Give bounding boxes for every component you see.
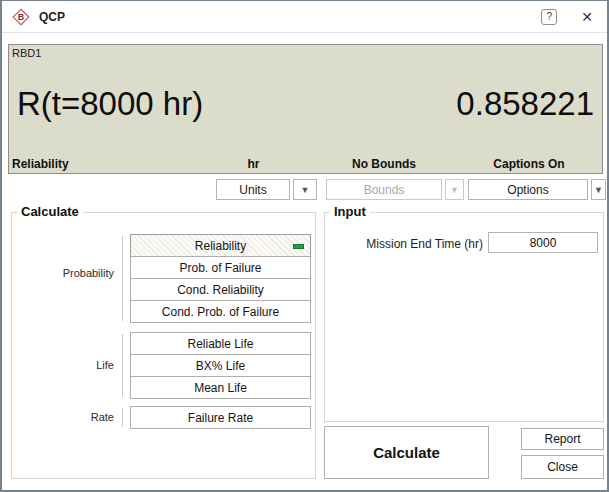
calculate-button[interactable]: Calculate (324, 426, 489, 479)
options-button[interactable]: Options (468, 179, 588, 200)
window-close-button[interactable]: ✕ (581, 10, 593, 24)
rate-section-label: Rate (12, 411, 114, 423)
cond-reliability-button[interactable]: Cond. Reliability (130, 278, 311, 301)
probability-separator (122, 236, 123, 321)
input-group-title: Input (330, 204, 370, 219)
metric-caption: Reliability (12, 157, 69, 171)
bounds-chevron-down-icon: ▼ (445, 179, 464, 200)
selected-indicator (293, 244, 304, 249)
probability-section-label: Probability (12, 267, 114, 279)
report-button[interactable]: Report (521, 428, 604, 450)
calculate-groupbox: Calculate Probability Reliability Prob. … (11, 212, 316, 479)
rate-separator (122, 408, 123, 427)
mission-end-time-input[interactable] (488, 232, 598, 253)
qcp-window: B QCP ? ✕ RBD1 R(t=8000 hr) 0.858221 Rel… (0, 0, 609, 492)
block-name-label: RBD1 (12, 47, 41, 59)
reliable-life-button[interactable]: Reliable Life (130, 332, 311, 355)
bounds-button: Bounds (326, 179, 442, 200)
reliability-button-label: Reliability (195, 239, 246, 253)
calculate-group-title: Calculate (17, 204, 83, 219)
prob-of-failure-button[interactable]: Prob. of Failure (130, 256, 311, 279)
units-chevron-down-icon[interactable]: ▼ (293, 179, 317, 200)
window-title: QCP (39, 10, 65, 24)
app-diamond-icon: B (12, 8, 30, 26)
reliability-button[interactable]: Reliability (130, 234, 311, 257)
result-value: 0.858221 (456, 85, 594, 123)
result-expression: R(t=8000 hr) (17, 85, 203, 123)
mean-life-button[interactable]: Mean Life (130, 376, 311, 399)
mission-end-time-label: Mission End Time (hr) (343, 237, 483, 251)
close-button[interactable]: Close (521, 455, 604, 479)
title-bar: B QCP ? ✕ (2, 1, 607, 33)
units-button[interactable]: Units (216, 179, 290, 200)
units-caption: hr (216, 157, 291, 171)
options-caption: Captions On (468, 157, 590, 171)
input-groupbox: Input Mission End Time (hr) (324, 212, 604, 422)
help-icon: ? (546, 11, 552, 22)
help-button[interactable]: ? (541, 9, 557, 25)
close-icon: ✕ (581, 9, 593, 25)
cond-prob-of-failure-button[interactable]: Cond. Prob. of Failure (130, 300, 311, 323)
results-panel: RBD1 R(t=8000 hr) 0.858221 Reliability h… (8, 44, 603, 174)
failure-rate-button[interactable]: Failure Rate (130, 406, 311, 429)
bx-life-button[interactable]: BX% Life (130, 354, 311, 377)
app-icon-letter: B (12, 8, 30, 26)
bounds-caption: No Bounds (326, 157, 442, 171)
options-chevron-down-icon[interactable]: ▼ (591, 179, 606, 200)
life-section-label: Life (12, 359, 114, 371)
life-separator (122, 334, 123, 397)
